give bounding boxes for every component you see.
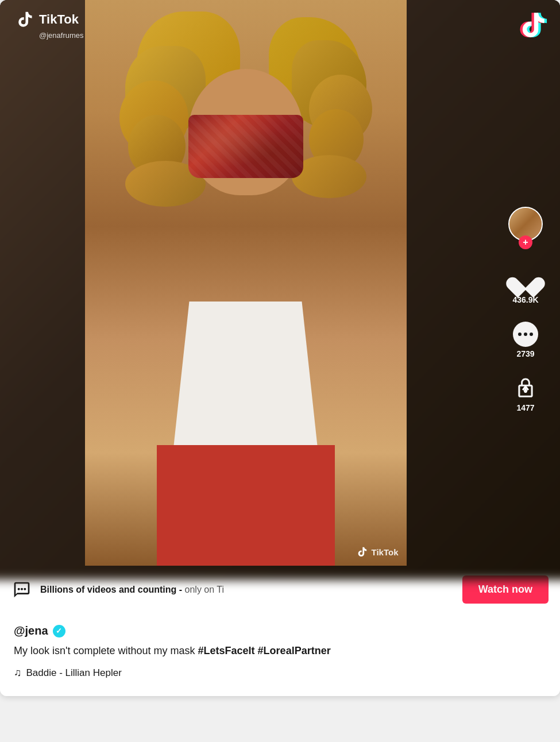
- watermark-label: TikTok: [372, 547, 399, 557]
- bottom-garment: [157, 445, 335, 566]
- hashtag-letsfaceit[interactable]: #LetsFaceIt: [198, 645, 255, 656]
- share-count: 1477: [516, 403, 534, 412]
- post-caption: My look isn't complete without my mask #…: [14, 643, 546, 659]
- video-area[interactable]: TikTok TikTok @jenafrumes: [0, 0, 560, 566]
- chat-bubble-icon: [11, 579, 32, 600]
- share-button[interactable]: [511, 373, 540, 403]
- follow-button[interactable]: +: [519, 235, 532, 249]
- music-row: ♫ Baddie - Lillian Hepler: [14, 667, 546, 679]
- torso-visual: [154, 307, 338, 566]
- comment-section[interactable]: 2739: [511, 319, 540, 370]
- svg-point-0: [18, 588, 20, 590]
- music-note-icon: ♫: [14, 667, 22, 679]
- video-frame[interactable]: TikTok: [0, 0, 491, 566]
- avatar-section[interactable]: +: [508, 207, 543, 249]
- hashtag-lorealpartner[interactable]: #LorealPartner: [258, 645, 331, 656]
- face-visual: [188, 69, 303, 195]
- person-visual: [85, 0, 407, 566]
- tiktok-handle-label: @jenafrumes: [39, 31, 84, 40]
- tiktok-logo-area: TikTok: [16, 10, 79, 29]
- svg-point-1: [21, 588, 23, 590]
- heart-icon: [513, 269, 538, 292]
- video-content: TikTok: [85, 0, 407, 566]
- username[interactable]: @jena: [14, 624, 48, 637]
- top-garment: [165, 302, 326, 451]
- comment-button[interactable]: [511, 319, 540, 349]
- like-section[interactable]: 436.9K: [511, 265, 540, 316]
- tiktok-watermark: TikTok: [357, 546, 399, 558]
- verified-checkmark: ✓: [56, 627, 62, 635]
- music-text[interactable]: Baddie - Lillian Hepler: [26, 667, 122, 679]
- comment-icon: [513, 322, 538, 347]
- svg-point-2: [24, 588, 26, 590]
- info-section: @jena ✓ My look isn't complete without m…: [0, 613, 560, 696]
- banner-text-bold: Billions of videos and counting -: [40, 585, 185, 594]
- tiktok-logo-icon: [16, 10, 34, 29]
- verified-badge: ✓: [53, 625, 65, 637]
- dot-2: [524, 333, 527, 336]
- tiktok-brand-label: TikTok: [39, 12, 79, 27]
- tiktok-card: TikTok TikTok @jenafrumes: [0, 0, 560, 696]
- tiktok-watermark-icon: [357, 546, 368, 558]
- banner-text: Billions of videos and counting - only o…: [40, 585, 454, 595]
- dot-3: [530, 333, 533, 336]
- mask-visual: [188, 115, 303, 178]
- comment-count: 2739: [516, 349, 534, 358]
- comment-dots: [518, 333, 533, 336]
- right-sidebar: + 436.9K: [491, 0, 560, 566]
- banner-text-light: only on Ti: [185, 585, 224, 594]
- share-section[interactable]: 1477: [511, 373, 540, 424]
- share-icon: [513, 376, 538, 401]
- username-row: @jena ✓: [14, 624, 546, 637]
- dot-1: [518, 333, 522, 336]
- like-button[interactable]: [511, 265, 540, 295]
